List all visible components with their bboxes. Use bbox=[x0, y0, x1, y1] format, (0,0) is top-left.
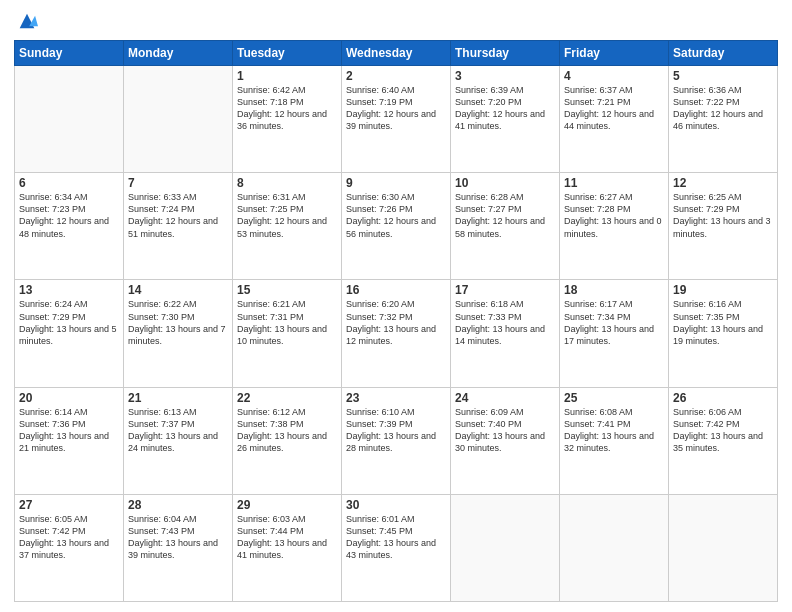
weekday-header-sunday: Sunday bbox=[15, 41, 124, 66]
calendar-cell bbox=[560, 494, 669, 601]
calendar-cell: 4Sunrise: 6:37 AM Sunset: 7:21 PM Daylig… bbox=[560, 66, 669, 173]
cell-info: Sunrise: 6:16 AM Sunset: 7:35 PM Dayligh… bbox=[673, 298, 773, 347]
cell-info: Sunrise: 6:05 AM Sunset: 7:42 PM Dayligh… bbox=[19, 513, 119, 562]
calendar-cell: 3Sunrise: 6:39 AM Sunset: 7:20 PM Daylig… bbox=[451, 66, 560, 173]
cell-info: Sunrise: 6:01 AM Sunset: 7:45 PM Dayligh… bbox=[346, 513, 446, 562]
calendar-cell: 9Sunrise: 6:30 AM Sunset: 7:26 PM Daylig… bbox=[342, 173, 451, 280]
cell-info: Sunrise: 6:13 AM Sunset: 7:37 PM Dayligh… bbox=[128, 406, 228, 455]
calendar-cell: 22Sunrise: 6:12 AM Sunset: 7:38 PM Dayli… bbox=[233, 387, 342, 494]
day-number: 11 bbox=[564, 176, 664, 190]
day-number: 4 bbox=[564, 69, 664, 83]
day-number: 30 bbox=[346, 498, 446, 512]
calendar-cell: 6Sunrise: 6:34 AM Sunset: 7:23 PM Daylig… bbox=[15, 173, 124, 280]
day-number: 26 bbox=[673, 391, 773, 405]
cell-info: Sunrise: 6:17 AM Sunset: 7:34 PM Dayligh… bbox=[564, 298, 664, 347]
header bbox=[14, 10, 778, 32]
calendar-cell: 7Sunrise: 6:33 AM Sunset: 7:24 PM Daylig… bbox=[124, 173, 233, 280]
cell-info: Sunrise: 6:04 AM Sunset: 7:43 PM Dayligh… bbox=[128, 513, 228, 562]
cell-info: Sunrise: 6:42 AM Sunset: 7:18 PM Dayligh… bbox=[237, 84, 337, 133]
day-number: 9 bbox=[346, 176, 446, 190]
cell-info: Sunrise: 6:39 AM Sunset: 7:20 PM Dayligh… bbox=[455, 84, 555, 133]
calendar-cell: 13Sunrise: 6:24 AM Sunset: 7:29 PM Dayli… bbox=[15, 280, 124, 387]
calendar-table: SundayMondayTuesdayWednesdayThursdayFrid… bbox=[14, 40, 778, 602]
day-number: 5 bbox=[673, 69, 773, 83]
calendar-cell: 28Sunrise: 6:04 AM Sunset: 7:43 PM Dayli… bbox=[124, 494, 233, 601]
day-number: 29 bbox=[237, 498, 337, 512]
cell-info: Sunrise: 6:25 AM Sunset: 7:29 PM Dayligh… bbox=[673, 191, 773, 240]
calendar-cell: 8Sunrise: 6:31 AM Sunset: 7:25 PM Daylig… bbox=[233, 173, 342, 280]
cell-info: Sunrise: 6:10 AM Sunset: 7:39 PM Dayligh… bbox=[346, 406, 446, 455]
calendar-week-0: 1Sunrise: 6:42 AM Sunset: 7:18 PM Daylig… bbox=[15, 66, 778, 173]
weekday-header-row: SundayMondayTuesdayWednesdayThursdayFrid… bbox=[15, 41, 778, 66]
calendar-cell: 18Sunrise: 6:17 AM Sunset: 7:34 PM Dayli… bbox=[560, 280, 669, 387]
calendar-cell: 5Sunrise: 6:36 AM Sunset: 7:22 PM Daylig… bbox=[669, 66, 778, 173]
cell-info: Sunrise: 6:22 AM Sunset: 7:30 PM Dayligh… bbox=[128, 298, 228, 347]
cell-info: Sunrise: 6:21 AM Sunset: 7:31 PM Dayligh… bbox=[237, 298, 337, 347]
weekday-header-monday: Monday bbox=[124, 41, 233, 66]
calendar-cell: 27Sunrise: 6:05 AM Sunset: 7:42 PM Dayli… bbox=[15, 494, 124, 601]
calendar-week-4: 27Sunrise: 6:05 AM Sunset: 7:42 PM Dayli… bbox=[15, 494, 778, 601]
day-number: 13 bbox=[19, 283, 119, 297]
day-number: 17 bbox=[455, 283, 555, 297]
cell-info: Sunrise: 6:30 AM Sunset: 7:26 PM Dayligh… bbox=[346, 191, 446, 240]
cell-info: Sunrise: 6:08 AM Sunset: 7:41 PM Dayligh… bbox=[564, 406, 664, 455]
day-number: 3 bbox=[455, 69, 555, 83]
calendar-cell: 26Sunrise: 6:06 AM Sunset: 7:42 PM Dayli… bbox=[669, 387, 778, 494]
calendar-cell: 15Sunrise: 6:21 AM Sunset: 7:31 PM Dayli… bbox=[233, 280, 342, 387]
calendar-cell: 10Sunrise: 6:28 AM Sunset: 7:27 PM Dayli… bbox=[451, 173, 560, 280]
calendar-cell: 21Sunrise: 6:13 AM Sunset: 7:37 PM Dayli… bbox=[124, 387, 233, 494]
cell-info: Sunrise: 6:03 AM Sunset: 7:44 PM Dayligh… bbox=[237, 513, 337, 562]
cell-info: Sunrise: 6:18 AM Sunset: 7:33 PM Dayligh… bbox=[455, 298, 555, 347]
calendar-cell: 16Sunrise: 6:20 AM Sunset: 7:32 PM Dayli… bbox=[342, 280, 451, 387]
day-number: 22 bbox=[237, 391, 337, 405]
day-number: 23 bbox=[346, 391, 446, 405]
calendar-week-2: 13Sunrise: 6:24 AM Sunset: 7:29 PM Dayli… bbox=[15, 280, 778, 387]
cell-info: Sunrise: 6:20 AM Sunset: 7:32 PM Dayligh… bbox=[346, 298, 446, 347]
logo bbox=[14, 10, 38, 32]
day-number: 20 bbox=[19, 391, 119, 405]
day-number: 25 bbox=[564, 391, 664, 405]
calendar-cell: 11Sunrise: 6:27 AM Sunset: 7:28 PM Dayli… bbox=[560, 173, 669, 280]
weekday-header-saturday: Saturday bbox=[669, 41, 778, 66]
weekday-header-thursday: Thursday bbox=[451, 41, 560, 66]
calendar-cell: 19Sunrise: 6:16 AM Sunset: 7:35 PM Dayli… bbox=[669, 280, 778, 387]
calendar-cell: 14Sunrise: 6:22 AM Sunset: 7:30 PM Dayli… bbox=[124, 280, 233, 387]
calendar-cell bbox=[669, 494, 778, 601]
calendar-week-3: 20Sunrise: 6:14 AM Sunset: 7:36 PM Dayli… bbox=[15, 387, 778, 494]
calendar-cell: 30Sunrise: 6:01 AM Sunset: 7:45 PM Dayli… bbox=[342, 494, 451, 601]
day-number: 8 bbox=[237, 176, 337, 190]
day-number: 2 bbox=[346, 69, 446, 83]
weekday-header-friday: Friday bbox=[560, 41, 669, 66]
day-number: 27 bbox=[19, 498, 119, 512]
day-number: 21 bbox=[128, 391, 228, 405]
calendar-cell bbox=[124, 66, 233, 173]
cell-info: Sunrise: 6:34 AM Sunset: 7:23 PM Dayligh… bbox=[19, 191, 119, 240]
cell-info: Sunrise: 6:33 AM Sunset: 7:24 PM Dayligh… bbox=[128, 191, 228, 240]
cell-info: Sunrise: 6:06 AM Sunset: 7:42 PM Dayligh… bbox=[673, 406, 773, 455]
calendar-cell: 17Sunrise: 6:18 AM Sunset: 7:33 PM Dayli… bbox=[451, 280, 560, 387]
cell-info: Sunrise: 6:40 AM Sunset: 7:19 PM Dayligh… bbox=[346, 84, 446, 133]
day-number: 1 bbox=[237, 69, 337, 83]
cell-info: Sunrise: 6:31 AM Sunset: 7:25 PM Dayligh… bbox=[237, 191, 337, 240]
calendar-week-1: 6Sunrise: 6:34 AM Sunset: 7:23 PM Daylig… bbox=[15, 173, 778, 280]
calendar-cell bbox=[451, 494, 560, 601]
calendar-cell: 1Sunrise: 6:42 AM Sunset: 7:18 PM Daylig… bbox=[233, 66, 342, 173]
cell-info: Sunrise: 6:27 AM Sunset: 7:28 PM Dayligh… bbox=[564, 191, 664, 240]
weekday-header-wednesday: Wednesday bbox=[342, 41, 451, 66]
calendar-cell: 23Sunrise: 6:10 AM Sunset: 7:39 PM Dayli… bbox=[342, 387, 451, 494]
day-number: 12 bbox=[673, 176, 773, 190]
cell-info: Sunrise: 6:09 AM Sunset: 7:40 PM Dayligh… bbox=[455, 406, 555, 455]
day-number: 28 bbox=[128, 498, 228, 512]
day-number: 18 bbox=[564, 283, 664, 297]
weekday-header-tuesday: Tuesday bbox=[233, 41, 342, 66]
cell-info: Sunrise: 6:37 AM Sunset: 7:21 PM Dayligh… bbox=[564, 84, 664, 133]
day-number: 7 bbox=[128, 176, 228, 190]
calendar-cell: 29Sunrise: 6:03 AM Sunset: 7:44 PM Dayli… bbox=[233, 494, 342, 601]
cell-info: Sunrise: 6:24 AM Sunset: 7:29 PM Dayligh… bbox=[19, 298, 119, 347]
calendar-cell: 20Sunrise: 6:14 AM Sunset: 7:36 PM Dayli… bbox=[15, 387, 124, 494]
cell-info: Sunrise: 6:28 AM Sunset: 7:27 PM Dayligh… bbox=[455, 191, 555, 240]
day-number: 16 bbox=[346, 283, 446, 297]
day-number: 6 bbox=[19, 176, 119, 190]
logo-icon bbox=[16, 10, 38, 32]
calendar-cell: 12Sunrise: 6:25 AM Sunset: 7:29 PM Dayli… bbox=[669, 173, 778, 280]
